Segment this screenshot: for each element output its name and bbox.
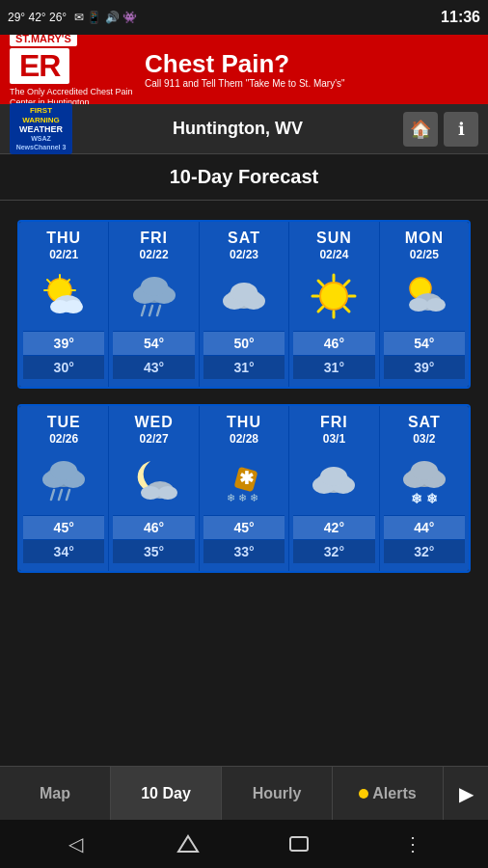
day-col[interactable]: SUN02/24 46°31° xyxy=(289,222,379,387)
svg-line-16 xyxy=(157,306,160,315)
nav-label: Alerts xyxy=(372,785,416,802)
day-col[interactable]: SAT03/2 ❄ ❄ 44°32° xyxy=(380,406,469,571)
svg-line-26 xyxy=(318,281,323,285)
svg-line-38 xyxy=(51,490,54,500)
weather-icon xyxy=(127,269,181,323)
er-logo: ER xyxy=(10,48,69,84)
alert-dot xyxy=(359,789,368,799)
back-button[interactable]: ◁ xyxy=(56,825,95,863)
temp-low: 32° xyxy=(384,539,465,563)
svg-line-40 xyxy=(67,490,69,500)
day-name: FRI xyxy=(140,230,168,247)
home-button[interactable]: 🏠 xyxy=(403,112,438,147)
page-title: 10-Day Forecast xyxy=(0,166,488,188)
svg-text:✱: ✱ xyxy=(239,469,254,488)
nav-tab-alerts[interactable]: Alerts xyxy=(333,767,444,820)
logo-area: FIRST WARNING WEATHER WSAZ NewsChannel 3 xyxy=(10,103,72,154)
day-col[interactable]: TUE02/26 45°34° xyxy=(19,406,109,571)
temp-high: 54° xyxy=(384,331,465,355)
svg-point-54 xyxy=(411,461,438,480)
svg-point-43 xyxy=(158,486,177,500)
day-date: 03/2 xyxy=(413,432,435,446)
day-date: 02/21 xyxy=(49,248,78,261)
temp-high: 39° xyxy=(23,331,104,355)
day-name: TUE xyxy=(47,414,81,431)
weather-icon: ❄ ❄ xyxy=(397,453,451,507)
svg-point-9 xyxy=(64,300,83,313)
day-col[interactable]: THU02/28 ✱ ❄ ❄ ❄ 45°33° xyxy=(200,406,289,571)
er-subtext: The Only Accredited Chest Pain Center in… xyxy=(10,87,135,104)
day-date: 02/28 xyxy=(230,432,258,446)
temp-high: 42° xyxy=(293,515,374,539)
svg-text:❄ ❄: ❄ ❄ xyxy=(411,491,438,505)
temp-low: 31° xyxy=(203,355,285,379)
day-col[interactable]: MON02/25 54°39° xyxy=(380,222,469,387)
day-date: 02/27 xyxy=(140,432,169,446)
svg-point-20 xyxy=(230,283,258,302)
weather-icon xyxy=(307,453,361,507)
svg-point-37 xyxy=(50,461,77,480)
page-title-bar: 10-Day Forecast xyxy=(0,154,488,201)
day-col[interactable]: SAT02/23 50°31° xyxy=(200,222,289,387)
svg-line-14 xyxy=(142,306,145,315)
temp-high: 44° xyxy=(384,515,465,539)
svg-marker-56 xyxy=(178,836,198,852)
notification-icons: ✉ 📱 🔊 👾 xyxy=(74,11,137,24)
day-col[interactable]: FRI02/22 54°43° xyxy=(109,222,199,387)
temp-low: 34° xyxy=(23,539,104,563)
first-warning-label: FIRST WARNING xyxy=(14,106,68,124)
weather-icon xyxy=(37,453,91,507)
svg-point-50 xyxy=(320,467,347,486)
day-date: 02/22 xyxy=(140,248,169,261)
nav-label: Hourly xyxy=(253,785,302,802)
day-col[interactable]: FRI03/1 42°32° xyxy=(289,406,379,571)
week2-days-row: TUE02/26 45°34°WED02/27 46°35°THU02/28 ✱… xyxy=(19,406,469,571)
android-nav-bar: ◁ ⋮ xyxy=(0,820,488,868)
svg-line-6 xyxy=(67,280,69,283)
week1-days-row: THU02/21 39°30°FRI02/22 54°43°SAT02/23 5… xyxy=(19,222,469,387)
day-date: 02/23 xyxy=(230,248,258,261)
header-icons: 🏠 ℹ xyxy=(403,112,478,147)
svg-line-15 xyxy=(149,306,152,315)
stmarys-label: ST.MARY'S xyxy=(10,35,77,46)
temp-high: 45° xyxy=(203,515,285,539)
temp-high: 54° xyxy=(113,331,194,355)
status-left-icons: 29° 42° 26° ✉ 📱 🔊 👾 xyxy=(8,11,137,24)
temp-high: 46° xyxy=(293,331,374,355)
day-name: THU xyxy=(46,230,81,247)
svg-line-28 xyxy=(344,281,349,285)
nav-arrow[interactable]: ▶ xyxy=(444,767,488,820)
info-button[interactable]: ℹ xyxy=(444,112,478,147)
weather-icon xyxy=(307,269,361,323)
ad-banner[interactable]: ST.MARY'S ER The Only Accredited Chest P… xyxy=(0,35,488,104)
nav-tab-hourly[interactable]: Hourly xyxy=(222,767,333,820)
city-name: Huntington, WV xyxy=(72,119,403,139)
menu-button[interactable]: ⋮ xyxy=(393,825,432,863)
svg-point-13 xyxy=(141,277,168,296)
temp-low: 35° xyxy=(113,539,194,563)
app-header: FIRST WARNING WEATHER WSAZ NewsChannel 3… xyxy=(0,104,488,154)
svg-rect-57 xyxy=(290,837,308,851)
temp-low: 39° xyxy=(384,355,465,379)
nav-tab-map[interactable]: Map xyxy=(0,767,111,820)
day-col[interactable]: WED02/27 46°35° xyxy=(109,406,199,571)
svg-line-39 xyxy=(59,490,62,500)
weather-icon xyxy=(217,269,271,323)
temp-high: 45° xyxy=(23,515,104,539)
home-nav-button[interactable] xyxy=(169,825,207,863)
ad-logo-area: ST.MARY'S ER The Only Accredited Chest P… xyxy=(10,35,135,104)
svg-line-5 xyxy=(47,280,50,283)
recent-apps-button[interactable] xyxy=(281,825,319,863)
temp-high: 50° xyxy=(203,331,285,355)
temp-low: 32° xyxy=(293,539,374,563)
svg-line-29 xyxy=(318,307,323,312)
channel-label: WSAZ NewsChannel 3 xyxy=(14,135,68,151)
nav-tab-10day[interactable]: 10 Day xyxy=(111,767,222,820)
weather-icon xyxy=(37,269,91,323)
week1-forecast-grid: THU02/21 39°30°FRI02/22 54°43°SAT02/23 5… xyxy=(17,220,471,389)
weather-icon: ✱ ❄ ❄ ❄ xyxy=(217,453,271,507)
day-col[interactable]: THU02/21 39°30° xyxy=(19,222,109,387)
day-date: 02/24 xyxy=(319,248,348,261)
temp-low: 33° xyxy=(203,539,285,563)
weather-label: WEATHER xyxy=(14,124,68,135)
